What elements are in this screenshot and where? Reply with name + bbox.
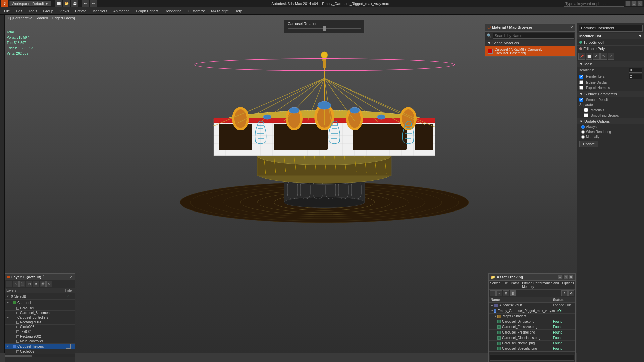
mod-scale-btn[interactable]: ⤢: [608, 53, 614, 60]
maximize-btn[interactable]: □: [631, 1, 637, 6]
mod-move-btn[interactable]: ✥: [593, 53, 600, 60]
layer-rect002[interactable]: ▼ Rectangle002 ···: [5, 334, 75, 339]
asset-path-bar[interactable]: [490, 355, 574, 361]
asset-vault[interactable]: ▶ Autodesk Vault Logged Out: [489, 303, 575, 308]
explicit-normals-checkbox[interactable]: [579, 86, 583, 90]
asset-file[interactable]: ▼ Empty_Carousel_Rigged_max_vray.max Ok: [489, 308, 575, 314]
layers-close[interactable]: ✕: [70, 275, 73, 279]
layer-carousel-sub[interactable]: ▼ Carousel ···: [5, 306, 75, 311]
layers-delete-btn[interactable]: ✕: [13, 281, 19, 287]
layer-carousel-basement[interactable]: ▼ Carousel_Basement ···: [5, 311, 75, 315]
layer-carousel-group[interactable]: ▼ Carousel ···: [5, 300, 75, 306]
layers-add-btn[interactable]: ⬛: [19, 281, 25, 287]
asset-fresnel[interactable]: Carousel_Fresnel.png Found: [489, 330, 575, 335]
layers-render-btn[interactable]: 🎬: [40, 281, 46, 287]
asset-help-btn[interactable]: ?: [561, 290, 568, 296]
layers-settings-btn[interactable]: ⚙: [46, 281, 52, 287]
mod-rotate-btn[interactable]: ↻: [600, 53, 607, 60]
mat-item-carousel[interactable]: Carousel ( VRayMtl ) [Carousel, Carousel…: [485, 46, 575, 56]
layers-scrollbar-thumb[interactable]: [5, 355, 32, 357]
menu-rendering[interactable]: Rendering: [162, 8, 184, 14]
layer-main-ctrl[interactable]: ▼ Main_controller ···: [5, 339, 75, 344]
asset-menu-server[interactable]: Server: [490, 281, 500, 289]
undo-btn[interactable]: ↩: [82, 0, 89, 7]
layers-question[interactable]: ?: [43, 275, 45, 279]
asset-emissive[interactable]: Carousel_Emissive.png Found: [489, 324, 575, 330]
layers-new-btn[interactable]: +: [6, 281, 12, 287]
new-btn[interactable]: ⬜: [55, 0, 62, 7]
asset-menu-file[interactable]: File: [502, 281, 508, 289]
asset-glossiness[interactable]: Carousel_Glossiness.png Found: [489, 335, 575, 341]
asset-diffuse[interactable]: Carousel_Diffuse.png Found: [489, 319, 575, 324]
render-iters-checkbox[interactable]: [579, 75, 583, 79]
layers-select-btn[interactable]: ◻: [26, 281, 32, 287]
layer-0-default[interactable]: ▼ 0 (default) ✓ ···: [5, 293, 75, 300]
carousel-rotation-slider[interactable]: [288, 28, 361, 29]
menu-file[interactable]: File: [1, 8, 13, 14]
menu-help[interactable]: Help: [232, 8, 245, 14]
redo-btn[interactable]: ↪: [90, 0, 97, 7]
asset-menu-options[interactable]: Options: [562, 281, 574, 289]
menu-tools[interactable]: Tools: [26, 8, 40, 14]
mat-browser-close[interactable]: ✕: [570, 25, 573, 30]
update-button[interactable]: Update: [579, 141, 598, 147]
scene-materials-header[interactable]: ▼ Scene Materials: [485, 40, 575, 46]
menu-create[interactable]: Create: [72, 8, 89, 14]
mat-search-input[interactable]: [493, 33, 574, 39]
workspace-selector[interactable]: Workspace: Default ▼: [9, 1, 51, 6]
when-rendering-radio[interactable]: [581, 130, 585, 134]
save-btn[interactable]: 💾: [71, 0, 78, 7]
mod-pin-btn[interactable]: 📌: [578, 53, 585, 60]
asset-menu-bitmap[interactable]: Bitmap Performance and Memory: [522, 281, 559, 289]
layer-controllers[interactable]: ▼ Carousel_controllers ···: [5, 315, 75, 320]
layer-circle002[interactable]: ▼ Circle002 ···: [5, 349, 75, 354]
asset-scrollbar[interactable]: [489, 351, 575, 354]
asset-tb-list-btn[interactable]: ☰: [490, 290, 496, 296]
asset-minimize-btn[interactable]: —: [558, 275, 562, 279]
layers-scrollbar[interactable]: [5, 354, 75, 357]
smooth-result-checkbox[interactable]: [579, 98, 583, 102]
asset-close-btn[interactable]: ✕: [569, 275, 573, 279]
update-options-header[interactable]: ▼ Update Options: [577, 118, 644, 124]
smoothing-groups-checkbox[interactable]: [584, 113, 588, 117]
asset-settings-btn[interactable]: ⚙: [568, 290, 574, 296]
surface-params-header[interactable]: ▼ Surface Parameters: [577, 91, 644, 97]
search-input[interactable]: [564, 1, 624, 7]
minimize-btn[interactable]: —: [625, 1, 631, 6]
menu-modifiers[interactable]: Modifiers: [90, 8, 110, 14]
menu-animation[interactable]: Animation: [111, 8, 132, 14]
asset-maps-folder[interactable]: ▼ Maps / Shaders: [489, 314, 575, 319]
modifier-list-dropdown-icon[interactable]: ▼: [638, 34, 642, 38]
asset-maximize-btn[interactable]: □: [563, 275, 568, 279]
render-iters-input[interactable]: [629, 74, 642, 79]
close-btn[interactable]: ✕: [637, 1, 643, 6]
layer-rect003[interactable]: ▼ Rectangle003 ···: [5, 320, 75, 325]
asset-specular[interactable]: Carousel_Specular.png Found: [489, 346, 575, 351]
asset-tb-cols-btn[interactable]: ▦: [510, 290, 516, 296]
modifier-turbosmoothv[interactable]: TurboSmooth: [577, 39, 644, 46]
asset-tb-details-btn[interactable]: ≡: [496, 290, 502, 296]
carousel-slider-thumb[interactable]: [323, 26, 326, 31]
modifier-editablepoly[interactable]: Editable Poly: [577, 46, 644, 52]
asset-tb-grid-btn[interactable]: ⊞: [503, 290, 509, 296]
menu-edit[interactable]: Edit: [13, 8, 25, 14]
menu-graph-editors[interactable]: Graph Editors: [133, 8, 161, 14]
menu-maxscript[interactable]: MAXScript: [208, 8, 231, 14]
turbosmoothv-header[interactable]: ▼ Main: [577, 61, 644, 67]
materials-checkbox[interactable]: [584, 108, 588, 112]
open-btn[interactable]: 📂: [63, 0, 70, 7]
menu-group[interactable]: Group: [40, 8, 56, 14]
layer-helpers[interactable]: ▼ Carousel_helpers ···: [5, 344, 75, 349]
isoline-checkbox[interactable]: [579, 80, 583, 84]
mod-select-btn[interactable]: ⬜: [586, 53, 592, 60]
layers-freeze-btn[interactable]: ❄: [33, 281, 39, 287]
layer-circle003[interactable]: ▼ Circle003 ···: [5, 325, 75, 329]
layer-text001[interactable]: ▼ Text001 ···: [5, 329, 75, 334]
asset-normal[interactable]: Carousel_Normal.png Found: [489, 341, 575, 346]
iterations-input[interactable]: [629, 68, 642, 73]
always-radio[interactable]: [581, 125, 585, 129]
manually-radio[interactable]: [581, 135, 585, 139]
object-name-field[interactable]: [579, 25, 643, 32]
asset-menu-paths[interactable]: Paths: [511, 281, 520, 289]
menu-customize[interactable]: Customize: [185, 8, 208, 14]
